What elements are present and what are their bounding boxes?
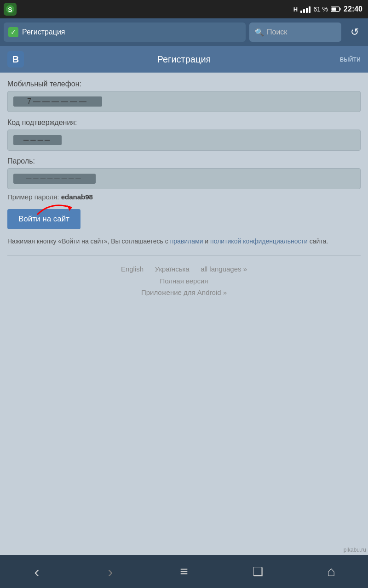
app-icon: S bbox=[4, 0, 17, 18]
svg-rect-5 bbox=[332, 8, 336, 11]
footer-android-app[interactable]: Приложение для Android » bbox=[7, 288, 361, 296]
divider bbox=[7, 255, 361, 256]
signal-bars bbox=[300, 6, 310, 13]
svg-text:S: S bbox=[8, 6, 12, 13]
consent-suffix: сайта. bbox=[308, 237, 328, 245]
watermark: pikabu.ru bbox=[344, 547, 366, 553]
phone-label: Мобильный телефон: bbox=[7, 80, 361, 88]
password-hint: Пример пароля: edanab98 bbox=[7, 193, 361, 201]
consent-prefix: Нажимая кнопку «Войти на сайт», Вы согла… bbox=[7, 237, 170, 245]
footer-full-version[interactable]: Полная версия bbox=[7, 277, 361, 285]
home-button[interactable]: ⌂ bbox=[317, 558, 345, 585]
active-tab[interactable]: ✓ Регистрация bbox=[4, 23, 246, 42]
time-display: 22:40 bbox=[344, 5, 362, 13]
signal-h: H bbox=[293, 6, 298, 13]
consent-text: Нажимая кнопку «Войти на сайт», Вы согла… bbox=[7, 237, 361, 246]
status-right: H 61 % 22:40 bbox=[293, 5, 362, 13]
reload-button[interactable]: ↺ bbox=[345, 23, 364, 42]
battery-icon bbox=[331, 6, 341, 12]
code-label: Код подтверждения: bbox=[7, 119, 361, 127]
tab-title: Регистрация bbox=[22, 28, 65, 36]
logout-button[interactable]: выйти bbox=[340, 55, 361, 63]
vk-logo: В bbox=[7, 51, 24, 68]
battery-level: 61 % bbox=[313, 6, 328, 13]
password-input[interactable]: ──────── bbox=[7, 168, 361, 189]
menu-button[interactable]: ≡ bbox=[170, 558, 198, 585]
browser-bar: ✓ Регистрация 🔍 Поиск ↺ bbox=[0, 18, 368, 46]
phone-value: 7—————— bbox=[13, 96, 102, 107]
phone-input[interactable]: 7—————— bbox=[7, 91, 361, 112]
password-value: ──────── bbox=[13, 174, 96, 184]
consent-and: и bbox=[203, 237, 210, 245]
code-value: ──── bbox=[13, 135, 62, 145]
rules-link[interactable]: правилами bbox=[170, 237, 203, 245]
footer-all-languages[interactable]: all languages » bbox=[201, 265, 247, 273]
code-input[interactable]: ──── bbox=[7, 130, 361, 151]
tab-secure-icon: ✓ bbox=[8, 27, 18, 37]
search-placeholder: Поиск bbox=[267, 28, 287, 36]
red-arrow-annotation bbox=[33, 198, 79, 219]
footer-language-links: English Українська all languages » bbox=[7, 265, 361, 273]
vk-header: В Регистрация выйти bbox=[0, 46, 368, 73]
vk-page-title: Регистрация bbox=[157, 54, 211, 65]
policy-link[interactable]: политикой конфиденциальности bbox=[210, 237, 308, 245]
password-label: Пароль: bbox=[7, 157, 361, 165]
forward-button[interactable]: › bbox=[97, 558, 124, 585]
footer-lang-english[interactable]: English bbox=[121, 265, 144, 273]
tabs-button[interactable]: ❑ bbox=[244, 558, 271, 585]
main-content: Мобильный телефон: 7—————— Код подтвержд… bbox=[0, 73, 368, 309]
nav-bar: ‹ › ≡ ❑ ⌂ bbox=[0, 555, 368, 588]
search-icon: 🔍 bbox=[255, 28, 264, 37]
footer-lang-ukrainian[interactable]: Українська bbox=[155, 265, 190, 273]
search-box[interactable]: 🔍 Поиск bbox=[249, 23, 341, 42]
status-bar: S H 61 % 22:40 bbox=[0, 0, 368, 18]
svg-marker-6 bbox=[67, 205, 72, 211]
back-button[interactable]: ‹ bbox=[23, 558, 51, 585]
svg-rect-4 bbox=[340, 8, 341, 11]
